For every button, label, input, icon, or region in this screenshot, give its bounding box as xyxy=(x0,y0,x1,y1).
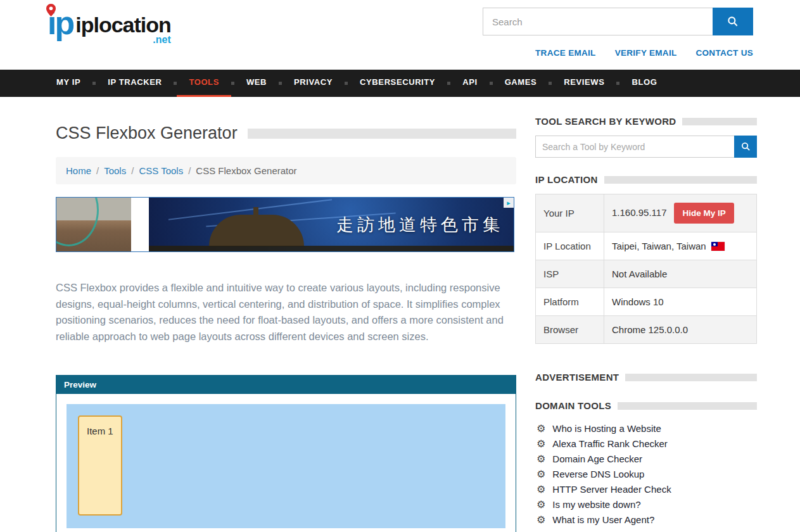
domain-tool-item: ⚙Who is Hosting a Website xyxy=(535,421,757,436)
ad-banner[interactable]: 走訪地道特色市集 ▸ xyxy=(56,197,514,252)
tool-search-button[interactable] xyxy=(734,136,757,158)
breadcrumb-item-home[interactable]: Home xyxy=(66,165,91,176)
ip-row-value: Chrome 125.0.0.0 xyxy=(604,316,757,344)
domain-tool-item: ⚙HTTP Server Header Check xyxy=(535,482,757,497)
domain-tool-item: ⚙Reverse DNS Lookup xyxy=(535,467,757,482)
breadcrumb-item-css-flexbox-generator: CSS Flexbox Generator xyxy=(196,165,296,176)
main-nav-list: MY IPIP TRACKERTOOLSWEBPRIVACYCYBERSECUR… xyxy=(0,70,800,97)
domain-tool-link-http-server-header-check[interactable]: HTTP Server Header Check xyxy=(552,484,671,495)
nav-item-api[interactable]: API xyxy=(450,70,489,97)
domain-tools-list: ⚙Who is Hosting a Website⚙Alexa Traffic … xyxy=(535,421,757,528)
gear-icon: ⚙ xyxy=(537,469,545,479)
advertisement-heading-label: ADVERTISEMENT xyxy=(535,372,619,383)
ip-location-heading: IP LOCATION xyxy=(535,174,757,185)
preview-header: Preview xyxy=(56,376,516,394)
ip-table-row-your-ip: Your IP1.160.95.117Hide My IP xyxy=(536,194,757,232)
domain-tools-heading: DOMAIN TOOLS xyxy=(535,400,757,411)
domain-tool-link-alexa-traffic-rank-checker[interactable]: Alexa Traffic Rank Checker xyxy=(552,438,667,449)
header-link-trace-email[interactable]: TRACE EMAIL xyxy=(535,48,596,58)
flex-preview-container: Item 1 xyxy=(67,404,505,528)
ad-image: 走訪地道特色市集 ▸ xyxy=(149,198,514,251)
ip-row-label: ISP xyxy=(536,260,604,288)
gear-icon: ⚙ xyxy=(537,454,545,464)
platform-value: Windows 10 xyxy=(612,296,664,307)
breadcrumb-item-css-tools[interactable]: CSS Tools xyxy=(139,165,183,176)
ip-row-value: Windows 10 xyxy=(604,288,757,316)
page-title: CSS Flexbox Generator xyxy=(56,124,238,143)
nav-item-games[interactable]: GAMES xyxy=(493,70,549,97)
heading-decoration-bar xyxy=(625,374,757,381)
logo-tld: .net xyxy=(75,34,171,46)
ip-table-row-isp: ISPNot Available xyxy=(536,260,757,288)
breadcrumb-separator: / xyxy=(188,165,191,176)
nav-item-my-ip[interactable]: MY IP xyxy=(44,70,92,97)
ip-table-row-platform: PlatformWindows 10 xyxy=(536,288,757,316)
heading-decoration-bar xyxy=(604,176,757,184)
breadcrumb-separator: / xyxy=(96,165,99,176)
nav-item-web[interactable]: WEB xyxy=(234,70,279,97)
header-search xyxy=(483,8,753,35)
ip-row-label: Platform xyxy=(536,288,604,316)
ip-row-label: IP Location xyxy=(536,232,604,260)
ip-location-value: Taipei, Taiwan, Taiwan xyxy=(612,241,706,251)
ad-skyline-base xyxy=(149,246,514,251)
map-pin-icon xyxy=(46,4,56,16)
breadcrumb: Home/Tools/CSS Tools/CSS Flexbox Generat… xyxy=(56,157,516,184)
gear-icon: ⚙ xyxy=(537,515,545,525)
header-link-contact-us[interactable]: CONTACT US xyxy=(696,48,754,58)
browser-value: Chrome 125.0.0.0 xyxy=(612,324,688,335)
domain-tool-link-who-is-hosting-a-website[interactable]: Who is Hosting a Website xyxy=(552,423,661,434)
advertisement-heading: ADVERTISEMENT xyxy=(535,372,757,383)
header-links: TRACE EMAILVERIFY EMAILCONTACT US xyxy=(535,48,753,58)
ad-building-silhouette xyxy=(209,215,304,246)
nav-item-blog[interactable]: BLOG xyxy=(619,70,669,97)
domain-tool-item: ⚙Alexa Traffic Rank Checker xyxy=(535,436,757,452)
logo-mark: ip xyxy=(48,8,73,39)
main-column: CSS Flexbox Generator Home/Tools/CSS Too… xyxy=(56,116,516,532)
nav-item-ip-tracker[interactable]: IP TRACKER xyxy=(96,70,174,97)
logo-wordmark: iplocation xyxy=(75,14,171,35)
domain-tool-link-is-my-website-down[interactable]: Is my website down? xyxy=(552,499,640,510)
heading-decoration-bar xyxy=(618,402,757,410)
logo[interactable]: ip iplocation .net xyxy=(48,8,171,46)
tool-search-heading: TOOL SEARCH BY KEYWORD xyxy=(535,116,757,127)
title-decoration-bar xyxy=(248,129,516,139)
search-button[interactable] xyxy=(713,8,753,35)
preview-body: Item 1 xyxy=(56,394,516,532)
search-input[interactable] xyxy=(483,8,713,35)
ad-gap xyxy=(131,198,149,251)
nav-item-cybersecurity[interactable]: CYBERSECURITY xyxy=(348,70,447,97)
title-row: CSS Flexbox Generator xyxy=(56,124,516,143)
domain-tool-link-what-is-my-user-agent[interactable]: What is my User Agent? xyxy=(552,514,654,525)
ip-row-value: Taipei, Taiwan, Taiwan xyxy=(604,232,757,260)
gear-icon: ⚙ xyxy=(537,424,545,434)
nav-item-tools[interactable]: TOOLS xyxy=(177,70,231,97)
nav-item-reviews[interactable]: REVIEWS xyxy=(552,70,616,97)
content: CSS Flexbox Generator Home/Tools/CSS Too… xyxy=(0,97,800,532)
ip-table-row-ip-location: IP LocationTaipei, Taiwan, Taiwan xyxy=(536,232,757,260)
domain-tool-item: ⚙What is my User Agent? xyxy=(535,512,757,528)
intro-paragraph: CSS Flexbox provides a flexible and intu… xyxy=(56,280,516,345)
ip-row-label: Browser xyxy=(536,316,604,344)
domain-tool-link-domain-age-checker[interactable]: Domain Age Checker xyxy=(552,453,642,464)
flex-preview-item-item-1[interactable]: Item 1 xyxy=(78,415,122,516)
main-nav: MY IPIP TRACKERTOOLSWEBPRIVACYCYBERSECUR… xyxy=(0,70,800,97)
domain-tool-item: ⚙Domain Age Checker xyxy=(535,452,757,467)
domain-tool-link-reverse-dns-lookup[interactable]: Reverse DNS Lookup xyxy=(552,469,644,479)
gear-icon: ⚙ xyxy=(537,484,545,495)
ad-headline: 走訪地道特色市集 xyxy=(336,213,504,236)
header-link-verify-email[interactable]: VERIFY EMAIL xyxy=(615,48,677,58)
tool-search xyxy=(535,136,757,158)
ip-row-value: Not Available xyxy=(604,260,757,288)
ip-row-value: 1.160.95.117Hide My IP xyxy=(604,194,757,232)
tool-search-input[interactable] xyxy=(535,136,734,158)
adchoices-icon[interactable]: ▸ xyxy=(504,198,514,208)
ad-decorative-ring xyxy=(56,198,99,246)
ip-location-table: Your IP1.160.95.117Hide My IPIP Location… xyxy=(535,194,757,344)
isp-value: Not Available xyxy=(612,269,667,279)
hide-my-ip-button[interactable]: Hide My IP xyxy=(674,203,733,224)
nav-item-privacy[interactable]: PRIVACY xyxy=(282,70,345,97)
ip-row-label: Your IP xyxy=(536,194,604,232)
breadcrumb-item-tools[interactable]: Tools xyxy=(104,165,126,176)
your-ip-value: 1.160.95.117 xyxy=(612,207,666,218)
